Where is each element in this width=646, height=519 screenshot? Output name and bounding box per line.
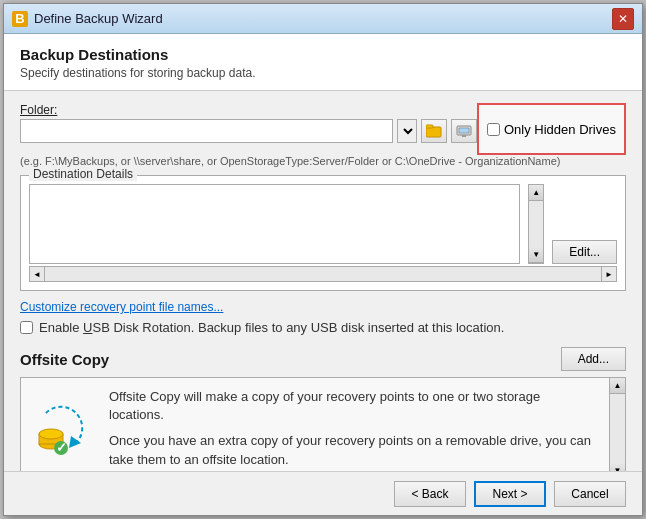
offsite-scroll-up[interactable]: ▲	[610, 378, 625, 394]
folder-label: Folder:	[20, 103, 477, 117]
usb-rotation-checkbox[interactable]	[20, 321, 33, 334]
content-area: Backup Destinations Specify destinations…	[4, 34, 642, 515]
next-button[interactable]: Next >	[474, 481, 546, 507]
h-scroll-row: ◄ ►	[29, 266, 617, 282]
add-button[interactable]: Add...	[561, 347, 626, 371]
folder-hint: (e.g. F:\MyBackups, or \\server\share, o…	[20, 155, 626, 167]
header-section: Backup Destinations Specify destinations…	[4, 34, 642, 91]
app-icon: B	[12, 11, 28, 27]
offsite-icon-area: ✓	[21, 378, 101, 471]
only-hidden-drives-label[interactable]: Only Hidden Drives	[487, 122, 616, 137]
dest-scrollbar: ▲ ▼	[528, 184, 544, 264]
back-button[interactable]: < Back	[394, 481, 466, 507]
h-scroll-track	[45, 266, 601, 282]
offsite-text-line2: Once you have an extra copy of your reco…	[109, 432, 593, 468]
folder-section: Folder:	[20, 103, 626, 167]
svg-rect-1	[426, 125, 433, 128]
folder-dropdown[interactable]	[397, 119, 417, 143]
edit-button[interactable]: Edit...	[552, 240, 617, 264]
offsite-header: Offsite Copy Add...	[20, 347, 626, 371]
network-drive-button[interactable]	[451, 119, 477, 143]
dest-details-inner: ▲ ▼ Edit...	[29, 184, 617, 264]
svg-rect-4	[462, 135, 466, 137]
browse-folder-button[interactable]	[421, 119, 447, 143]
main-window: B Define Backup Wizard ✕ Backup Destinat…	[3, 3, 643, 516]
svg-point-8	[39, 429, 63, 439]
scroll-right-button[interactable]: ►	[601, 266, 617, 282]
customize-link[interactable]: Customize recovery point file names...	[20, 300, 223, 314]
svg-text:✓: ✓	[56, 440, 67, 455]
offsite-copy-icon: ✓	[31, 398, 91, 458]
dest-right: Edit...	[552, 184, 617, 264]
dest-details-groupbox: Destination Details ▲ ▼ Edit...	[20, 175, 626, 291]
offsite-title: Offsite Copy	[20, 351, 109, 368]
cancel-button[interactable]: Cancel	[554, 481, 626, 507]
offsite-content: ✓ Offsite Copy will make a copy of your …	[20, 377, 626, 471]
scroll-left-button[interactable]: ◄	[29, 266, 45, 282]
offsite-text-line1: Offsite Copy will make a copy of your re…	[109, 388, 593, 424]
scroll-up-button[interactable]: ▲	[529, 185, 543, 201]
svg-rect-3	[459, 128, 469, 133]
folder-input[interactable]	[20, 119, 393, 143]
close-button[interactable]: ✕	[612, 8, 634, 30]
title-bar: B Define Backup Wizard ✕	[4, 4, 642, 34]
only-hidden-drives-box: Only Hidden Drives	[477, 103, 626, 155]
dest-details-label: Destination Details	[29, 167, 137, 181]
offsite-text-area: Offsite Copy will make a copy of your re…	[109, 378, 601, 471]
title-bar-left: B Define Backup Wizard	[12, 11, 163, 27]
offsite-section: Offsite Copy Add...	[20, 347, 626, 471]
offsite-scrollbar: ▲ ▼	[609, 378, 625, 471]
scroll-down-button[interactable]: ▼	[529, 247, 543, 263]
main-content: Folder:	[4, 91, 642, 471]
dest-details-section: Destination Details ▲ ▼ Edit...	[20, 175, 626, 291]
folder-top-row: Folder:	[20, 103, 626, 155]
scroll-track	[529, 201, 543, 247]
dest-details-textarea[interactable]	[29, 184, 520, 264]
header-subtitle: Specify destinations for storing backup …	[20, 66, 626, 80]
usb-rotation-row: Enable USB Disk Rotation. Backup files t…	[20, 320, 626, 335]
offsite-scroll-track	[610, 394, 625, 463]
offsite-scroll-down[interactable]: ▼	[610, 463, 625, 471]
only-hidden-drives-checkbox[interactable]	[487, 123, 500, 136]
folder-input-row	[20, 119, 477, 143]
header-title: Backup Destinations	[20, 46, 626, 63]
footer: < Back Next > Cancel	[4, 471, 642, 515]
window-title: Define Backup Wizard	[34, 11, 163, 26]
usb-rotation-label: Enable USB Disk Rotation. Backup files t…	[39, 320, 504, 335]
folder-label-area: Folder:	[20, 103, 477, 143]
